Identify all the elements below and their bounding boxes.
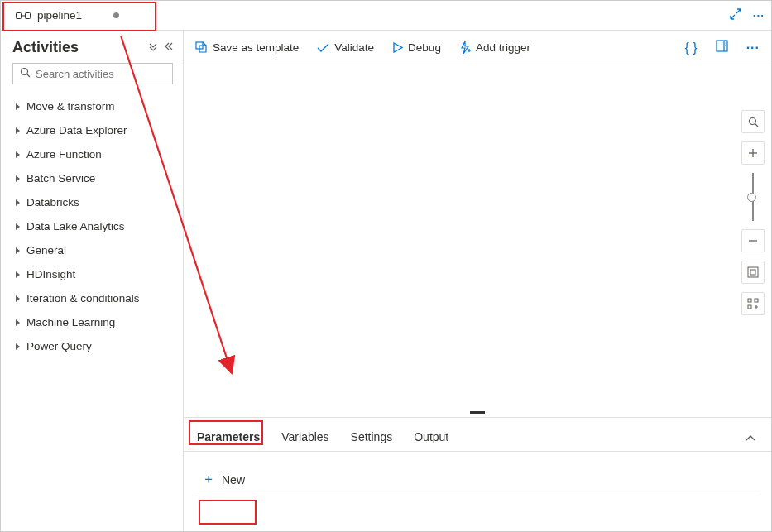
- svg-rect-19: [750, 270, 755, 275]
- svg-line-5: [27, 74, 31, 78]
- new-parameter-button[interactable]: ＋ New: [195, 467, 257, 492]
- save-template-label: Save as template: [213, 41, 299, 54]
- annotation-box-new: [199, 500, 257, 525]
- activity-label: Azure Data Explorer: [26, 124, 127, 137]
- pipeline-tab[interactable]: pipeline1: [7, 6, 127, 25]
- activity-label: Iteration & conditionals: [26, 292, 140, 304]
- header-bar: pipeline1 ···: [1, 1, 771, 31]
- svg-rect-20: [748, 299, 751, 302]
- check-icon: [317, 43, 329, 53]
- properties-icon[interactable]: [716, 40, 728, 55]
- svg-rect-21: [755, 299, 758, 302]
- zoom-in-button[interactable]: [741, 141, 765, 165]
- caret-right-icon: [16, 175, 20, 182]
- activity-category[interactable]: Batch Service: [12, 166, 173, 190]
- activity-category[interactable]: Power Query: [12, 334, 173, 358]
- new-label: New: [222, 473, 245, 486]
- search-input[interactable]: [36, 68, 175, 80]
- debug-label: Debug: [408, 41, 441, 54]
- caret-right-icon: [16, 247, 20, 254]
- tab-variables[interactable]: Variables: [280, 424, 330, 451]
- code-view-button[interactable]: { }: [685, 41, 698, 55]
- activity-category[interactable]: HDInsight: [12, 262, 173, 286]
- activity-category[interactable]: Data Lake Analytics: [12, 214, 173, 238]
- caret-right-icon: [16, 127, 20, 134]
- plus-icon: ＋: [202, 471, 215, 488]
- pipeline-name: pipeline1: [37, 9, 82, 22]
- caret-right-icon: [16, 223, 20, 230]
- panel-resize-grip[interactable]: [470, 411, 485, 414]
- content-area: Save as template Validate Debug Add trig…: [184, 31, 771, 531]
- header-actions: ···: [730, 8, 765, 22]
- pipeline-canvas[interactable]: [184, 65, 771, 417]
- activities-list: Move & transform Azure Data Explorer Azu…: [12, 94, 173, 358]
- svg-line-14: [755, 123, 758, 127]
- zoom-out-button[interactable]: [741, 229, 765, 252]
- activity-label: General: [26, 244, 66, 256]
- activity-category[interactable]: Iteration & conditionals: [12, 286, 173, 310]
- caret-right-icon: [16, 271, 20, 278]
- svg-rect-18: [748, 267, 758, 277]
- activity-label: Azure Function: [26, 148, 102, 161]
- svg-rect-22: [748, 305, 751, 309]
- zoom-tools: [741, 110, 765, 315]
- canvas-search-button[interactable]: [741, 110, 765, 133]
- bottom-panel: Parameters Variables Settings Output ＋ N…: [184, 417, 771, 531]
- zoom-knob[interactable]: [747, 193, 756, 202]
- collapse-panel-icon[interactable]: [745, 432, 760, 444]
- svg-rect-9: [717, 41, 727, 51]
- zoom-slider[interactable]: [752, 173, 754, 221]
- unsaved-dot-icon: [113, 12, 119, 18]
- pipeline-toolbar: Save as template Validate Debug Add trig…: [184, 31, 771, 65]
- template-icon: [195, 41, 208, 54]
- activities-sidebar: Activities Move & transform Azure Data E…: [1, 31, 184, 531]
- more-toolbar-icon[interactable]: ···: [746, 41, 760, 55]
- play-icon: [392, 42, 403, 53]
- chevron-double-down-icon[interactable]: [148, 41, 158, 54]
- activity-category[interactable]: Machine Learning: [12, 310, 173, 334]
- caret-right-icon: [16, 103, 20, 110]
- validate-button[interactable]: Validate: [317, 41, 374, 54]
- tab-settings[interactable]: Settings: [349, 424, 395, 451]
- activity-label: Power Query: [26, 340, 92, 352]
- caret-right-icon: [16, 199, 20, 206]
- trigger-icon: [459, 41, 471, 54]
- search-activities[interactable]: [12, 63, 173, 84]
- search-icon: [20, 67, 31, 80]
- svg-point-4: [22, 69, 28, 75]
- debug-button[interactable]: Debug: [392, 41, 441, 54]
- validate-label: Validate: [334, 41, 374, 54]
- add-trigger-button[interactable]: Add trigger: [459, 41, 530, 54]
- svg-point-13: [749, 117, 755, 124]
- save-as-template-button[interactable]: Save as template: [195, 41, 299, 54]
- activity-category[interactable]: Move & transform: [12, 94, 173, 118]
- activity-category[interactable]: General: [12, 238, 173, 262]
- activity-category[interactable]: Azure Data Explorer: [12, 118, 173, 142]
- activity-label: HDInsight: [26, 268, 75, 280]
- activity-label: Move & transform: [26, 100, 115, 113]
- activity-label: Databricks: [26, 196, 79, 208]
- activity-category[interactable]: Databricks: [12, 190, 173, 214]
- svg-rect-0: [17, 12, 22, 18]
- panel-tabs: Parameters Variables Settings Output: [184, 418, 771, 452]
- tab-output[interactable]: Output: [412, 424, 450, 451]
- activity-label: Batch Service: [26, 172, 95, 185]
- fit-screen-button[interactable]: [741, 261, 765, 284]
- caret-right-icon: [16, 319, 20, 326]
- reorder-icon[interactable]: [741, 292, 765, 315]
- activities-title: Activities: [12, 39, 79, 56]
- expand-icon[interactable]: [730, 8, 741, 22]
- pipeline-icon: [16, 10, 31, 22]
- activity-label: Data Lake Analytics: [26, 220, 125, 232]
- caret-right-icon: [16, 151, 20, 158]
- more-icon[interactable]: ···: [753, 9, 765, 22]
- svg-rect-1: [26, 12, 31, 18]
- tab-parameters[interactable]: Parameters: [195, 424, 261, 451]
- collapse-sidebar-icon[interactable]: [163, 41, 173, 54]
- caret-right-icon: [16, 343, 20, 350]
- divider: [195, 496, 760, 496]
- caret-right-icon: [16, 295, 20, 302]
- activity-category[interactable]: Azure Function: [12, 142, 173, 166]
- add-trigger-label: Add trigger: [476, 41, 530, 54]
- activity-label: Machine Learning: [26, 316, 115, 328]
